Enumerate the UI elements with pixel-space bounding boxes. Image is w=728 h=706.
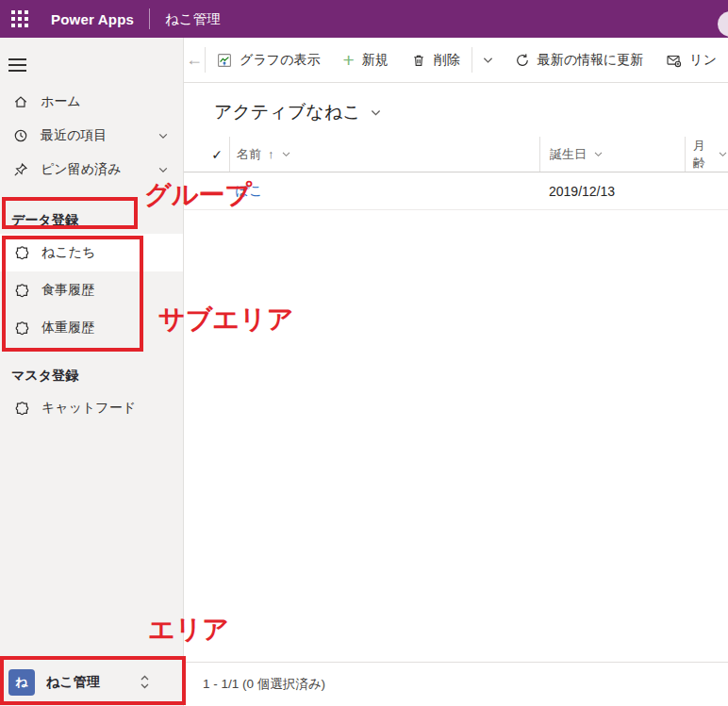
column-header-birthday[interactable]: 誕生日: [539, 137, 685, 172]
table-row[interactable]: ぽこ 2019/12/13: [184, 172, 728, 210]
puzzle-entity-icon: [13, 320, 30, 337]
topbar-separator: [149, 8, 150, 29]
home-icon: [12, 94, 28, 109]
sidebar-item-label: キャットフード: [41, 400, 136, 417]
puzzle-entity-icon: [13, 401, 30, 417]
email-link-button[interactable]: リン: [654, 38, 728, 82]
user-avatar[interactable]: [718, 11, 728, 37]
sidebar-item-recent[interactable]: 最近の項目: [0, 119, 183, 153]
new-label: 新規: [362, 52, 389, 69]
plus-icon: +: [342, 53, 354, 68]
sidebar-item-label: 最近の項目: [41, 127, 107, 144]
pin-icon: [12, 162, 28, 177]
delete-label: 削除: [434, 52, 460, 69]
area-switcher[interactable]: ね ねこ管理: [0, 657, 183, 706]
chart-icon: [217, 53, 232, 68]
chevron-down-icon[interactable]: [281, 149, 291, 159]
row-age-cell: [685, 172, 728, 209]
sidebar-item-cats[interactable]: ねこたち: [0, 234, 183, 271]
area-initial-tile: ね: [8, 669, 35, 696]
new-record-button[interactable]: + 新規: [331, 38, 399, 82]
sidebar-item-pinned[interactable]: ピン留め済み: [0, 153, 183, 187]
sitemap-group-data: データ登録: [0, 205, 183, 234]
sidebar-item-home[interactable]: ホーム: [0, 85, 183, 119]
main-content: ← グラフの表示 + 新規: [184, 38, 728, 706]
sidebar-item-label: ねこたち: [41, 244, 95, 261]
sidebar-item-label: 食事履歴: [41, 282, 94, 299]
powerapps-brand[interactable]: Power Apps: [51, 11, 134, 27]
refresh-icon: [515, 53, 530, 68]
office-header-bar: Power Apps ねこ管理: [0, 0, 728, 38]
grid-header-row: ✓ 名前 ↑ 誕生日 月齢: [184, 137, 728, 172]
chevron-down-icon[interactable]: [157, 130, 169, 141]
column-label: 月齢: [693, 138, 712, 172]
chevron-down-icon: [370, 107, 382, 119]
trash-icon: [411, 53, 426, 68]
chevron-down-icon[interactable]: [718, 149, 728, 159]
show-chart-label: グラフの表示: [240, 52, 320, 69]
sidebar-item-meal-history[interactable]: 食事履歴: [0, 271, 183, 309]
delete-button[interactable]: 削除: [400, 38, 472, 82]
area-label: ねこ管理: [46, 674, 100, 691]
updown-chevron-icon: [139, 674, 151, 690]
grid-empty-area: [184, 210, 728, 662]
puzzle-entity-icon: [13, 245, 30, 261]
column-header-name[interactable]: 名前 ↑: [229, 137, 539, 172]
chevron-down-icon[interactable]: [157, 164, 169, 175]
record-link[interactable]: ぽこ: [236, 183, 263, 200]
refresh-label: 最新の情報に更新: [538, 52, 644, 69]
sidebar-item-label: ホーム: [41, 93, 81, 110]
sort-ascending-icon: ↑: [268, 147, 274, 161]
record-count-text: 1 - 1/1 (0 個選択済み): [203, 676, 325, 693]
checkmark-icon[interactable]: ✓: [211, 147, 223, 162]
column-header-age[interactable]: 月齢: [685, 137, 728, 172]
sidebar-item-label: 体重履歴: [41, 320, 94, 337]
select-all-cell[interactable]: ✓: [184, 147, 229, 162]
column-label: 誕生日: [550, 146, 587, 163]
command-bar: ← グラフの表示 + 新規: [184, 38, 728, 83]
column-label: 名前: [237, 146, 261, 163]
puzzle-entity-icon: [13, 283, 30, 299]
view-selector[interactable]: アクティブなねこ: [184, 83, 728, 137]
clock-icon: [12, 128, 28, 143]
email-link-label: リン: [689, 52, 717, 69]
sitemap-group-master: マスタ登録: [0, 361, 183, 389]
email-link-icon: [666, 53, 682, 68]
refresh-button[interactable]: 最新の情報に更新: [504, 38, 655, 82]
current-app-name[interactable]: ねこ管理: [165, 10, 221, 28]
show-chart-button[interactable]: グラフの表示: [206, 38, 331, 82]
site-map-sidebar: ホーム 最近の項目: [0, 38, 184, 706]
row-name-cell: ぽこ: [229, 172, 539, 209]
sidebar-item-weight-history[interactable]: 体重履歴: [0, 309, 183, 347]
sidebar-item-cat-food[interactable]: キャットフード: [0, 389, 183, 427]
delete-more-chevron-icon[interactable]: [472, 38, 504, 82]
grid-status-bar: 1 - 1/1 (0 個選択済み): [184, 662, 728, 706]
row-birthday-cell: 2019/12/13: [539, 172, 685, 209]
chevron-down-icon[interactable]: [593, 149, 604, 159]
view-title: アクティブなねこ: [214, 100, 361, 124]
app-launcher-waffle-icon[interactable]: [0, 0, 40, 38]
collapse-sitemap-icon[interactable]: [8, 58, 26, 72]
sidebar-item-label: ピン留め済み: [41, 161, 121, 178]
back-button[interactable]: ←: [184, 50, 205, 70]
